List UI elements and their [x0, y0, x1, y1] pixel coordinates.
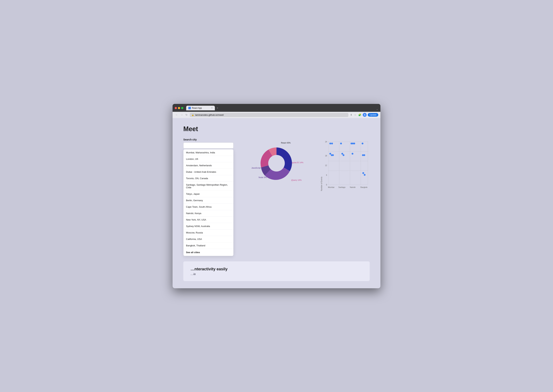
toolbar-actions: ⬆ ☆ 🧩 A Update	[350, 113, 378, 117]
city-item-california[interactable]: California, USA	[183, 236, 233, 242]
y-tick-12: 12	[325, 164, 327, 167]
minimize-traffic-light[interactable]	[178, 107, 180, 109]
city-item-amsterdam[interactable]: Amsterdam, Netherlands	[183, 162, 233, 169]
x-label-mumbai: Mumbai	[328, 186, 334, 188]
scatter-point	[329, 153, 331, 155]
browser-toolbar: ← → ↻ 🔒 laminarodes.github.io/meet/ ⬆ ☆ …	[173, 112, 380, 118]
city-item-toronto[interactable]: Toronto, ON, Canada	[183, 175, 233, 182]
bookmark-icon[interactable]: ☆	[354, 113, 357, 117]
city-item-moscow[interactable]: Moscow, Russia	[183, 230, 233, 236]
svg-point-0	[268, 155, 285, 171]
y-tick-18: 18	[325, 155, 327, 157]
city-item-santiago[interactable]: Santiago, Santiago Metropolitan Region, …	[183, 182, 233, 191]
donut-svg	[257, 144, 296, 183]
scatter-point	[341, 153, 343, 155]
scatter-svg: Number of Events 0 6	[320, 138, 370, 196]
y-tick-0: 0	[326, 184, 327, 186]
active-tab[interactable]: React App ✕	[186, 106, 215, 110]
address-bar[interactable]: 🔒 laminarodes.github.io/meet/	[190, 113, 348, 117]
scatter-point	[331, 143, 333, 144]
scatter-point	[340, 143, 342, 144]
share-icon[interactable]: ⬆	[350, 113, 353, 117]
city-item-sydney[interactable]: Sydney NSW, Australia	[183, 223, 233, 230]
city-item-capetown[interactable]: Cape Town, South Africa	[183, 204, 233, 210]
forward-button[interactable]: →	[180, 113, 184, 117]
tab-close-button[interactable]: ✕	[211, 107, 213, 109]
scatter-point	[343, 154, 344, 156]
search-input[interactable]	[183, 142, 233, 148]
bottom-subtitle: …ia	[190, 273, 363, 276]
lock-icon: 🔒	[192, 114, 194, 116]
nav-buttons: ← → ↻	[175, 113, 188, 117]
tab-expand-icon[interactable]: ⌄	[376, 107, 378, 110]
refresh-button[interactable]: ↻	[185, 113, 188, 117]
city-item-mumbai[interactable]: Mumbai, Maharashtra, India	[183, 149, 233, 156]
titlebar: React App ✕ + ⌄	[175, 106, 378, 112]
city-item-tokyo[interactable]: Tokyo, Japan	[183, 191, 233, 197]
y-tick-24: 24	[325, 141, 327, 143]
scatter-point	[364, 154, 365, 156]
scatter-point	[362, 172, 364, 174]
search-label: Search city	[183, 138, 233, 141]
city-item-london[interactable]: London, UK	[183, 156, 233, 162]
close-traffic-light[interactable]	[175, 107, 177, 109]
search-section: Search city Mumbai, Maharashtra, India L…	[183, 138, 233, 256]
browser-chrome: React App ✕ + ⌄	[173, 104, 380, 112]
tab-title: React App	[192, 107, 202, 109]
main-section: Search city Mumbai, Maharashtra, India L…	[183, 138, 370, 256]
y-tick-6: 6	[326, 174, 327, 176]
scatter-point	[329, 143, 331, 144]
scatter-point	[362, 143, 364, 144]
city-item-newyork[interactable]: New York, NY, USA	[183, 217, 233, 223]
city-item-nairobi[interactable]: Nairobi, Kenya	[183, 210, 233, 217]
y-axis-label: Number of Events	[321, 176, 322, 191]
new-tab-button[interactable]: +	[215, 106, 220, 110]
x-label-bangkok: Bangkok	[361, 186, 368, 188]
city-item-bangkok[interactable]: Bangkok, Thailand	[183, 242, 233, 249]
x-label-santiago: Santiago	[338, 186, 345, 188]
extensions-icon[interactable]: 🧩	[358, 113, 362, 117]
city-item-dubai[interactable]: Dubai - United Arab Emirates	[183, 169, 233, 175]
back-button[interactable]: ←	[175, 113, 179, 117]
donut-chart-section: React 43% JavaScript 24% Node 5% jQuery …	[241, 138, 312, 188]
see-all-cities-button[interactable]: See all cities	[183, 249, 233, 256]
scatter-point	[352, 153, 353, 155]
scatter-point	[364, 174, 365, 176]
traffic-lights	[175, 107, 183, 109]
scatter-point	[332, 154, 334, 156]
city-dropdown: Mumbai, Maharashtra, India London, UK Am…	[183, 149, 233, 256]
bottom-section: …nteractivity easily …ia	[183, 261, 370, 281]
page-title: Meet	[183, 125, 370, 133]
bottom-title: …nteractivity easily	[190, 267, 363, 271]
scatter-chart-section: Number of Events 0 6	[320, 138, 370, 196]
update-button[interactable]: Update	[368, 113, 378, 117]
browser-window: React App ✕ + ⌄ ← → ↻ 🔒 laminarodes.gith…	[173, 104, 380, 288]
page-content: Meet Search city Mumbai, Maharashtra, In…	[173, 118, 380, 288]
donut-chart: React 43% JavaScript 24% Node 5% jQuery …	[252, 138, 301, 188]
maximize-traffic-light[interactable]	[181, 107, 183, 109]
city-item-berlin[interactable]: Berlin, Germany	[183, 197, 233, 204]
profile-button[interactable]: A	[363, 113, 367, 117]
tab-bar: React App ✕ + ⌄	[186, 106, 378, 110]
url-text: laminarodes.github.io/meet/	[195, 114, 224, 116]
tab-favicon	[188, 107, 191, 109]
scatter-point	[353, 143, 355, 144]
x-label-nairobi: Nairobi	[350, 186, 356, 188]
